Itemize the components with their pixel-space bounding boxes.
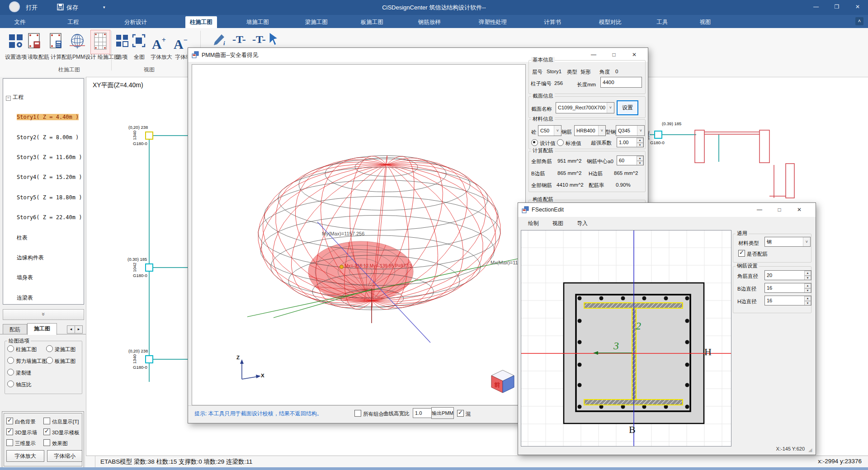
steel-grade-combo[interactable]: Q345˅ xyxy=(616,125,645,136)
radio-axial-ratio[interactable]: 轴压比 xyxy=(7,381,32,388)
view-cube-front-label[interactable]: 前 xyxy=(494,381,500,389)
fse-menu-view[interactable]: 视图 xyxy=(548,220,568,227)
menu-wall-drawing[interactable]: 墙施工图 xyxy=(242,16,274,28)
radio-standard-value[interactable]: 标准值 xyxy=(557,139,581,147)
font-shrink-icon[interactable]: A− xyxy=(174,33,188,52)
tree-item-story4[interactable]: Story4( Z = 15.20m ) xyxy=(6,174,84,181)
concrete-grade-combo[interactable]: C50˅ xyxy=(538,125,561,136)
check-3d-wall[interactable]: 3D显示墙 xyxy=(6,428,37,436)
check-all-combinations[interactable]: 所有组合 xyxy=(354,410,384,418)
text-tool-icon[interactable]: -T- xyxy=(232,33,246,46)
ribbon-collapse-icon[interactable]: ˄ xyxy=(855,17,863,25)
qat-open-button[interactable]: 打开 xyxy=(26,0,38,15)
text-tool-2-icon[interactable]: -T- xyxy=(252,33,266,46)
tab-scroll-left-icon[interactable]: ◂ xyxy=(67,325,75,334)
menu-analysis-design[interactable]: 分析设计 xyxy=(120,16,151,28)
calc-rebar-button[interactable]: 计算配筋 xyxy=(49,53,74,61)
save-icon[interactable] xyxy=(57,0,64,15)
h-side-dia-stepper[interactable]: 16▲▼ xyxy=(764,296,811,306)
tree-item-story3[interactable]: Story3( Z = 11.60m ) xyxy=(6,154,84,161)
pmm-design-icon[interactable] xyxy=(70,33,85,52)
check-3d-slab[interactable]: 3D显示楼板 xyxy=(43,428,80,436)
menu-rebar-detailing[interactable]: 钢筋放样 xyxy=(414,16,445,28)
export-pmm-button[interactable]: 输出PMM xyxy=(431,407,454,419)
radio-design-value[interactable]: 设计值 xyxy=(531,139,556,147)
full-view-icon[interactable] xyxy=(132,34,146,49)
select-cursor-icon[interactable] xyxy=(268,32,278,49)
pmm-close-button[interactable]: ✕ xyxy=(624,48,644,61)
plan-node-4[interactable] xyxy=(655,131,662,138)
fse-minimize-button[interactable]: — xyxy=(750,203,769,216)
menu-view[interactable]: 视图 xyxy=(695,16,716,28)
tab-rebar[interactable]: 配筋 xyxy=(3,324,27,334)
tree-item-edge-member-table[interactable]: 边缘构件表 xyxy=(6,254,84,261)
tree-root[interactable]: −工程 xyxy=(6,94,84,101)
font-enlarge-icon[interactable]: A+ xyxy=(152,33,166,52)
fse-section-canvas[interactable]: 2 3 H B xyxy=(521,230,731,446)
qat-dropdown-icon[interactable]: ▾ xyxy=(103,0,105,15)
length-input[interactable]: 4400 xyxy=(600,77,642,88)
b-side-dia-stepper[interactable]: 16▲▼ xyxy=(764,283,811,293)
pmm-3d-canvas[interactable]: My(Max)=1157.256 Mx=-216.12 My=-139.85 P… xyxy=(192,64,526,405)
font-enlarge-sidebar-button[interactable]: 字体放大 xyxy=(6,450,44,462)
fse-close-button[interactable]: ✕ xyxy=(789,203,809,216)
menu-calc-report[interactable]: 计算书 xyxy=(539,16,566,28)
full-view-button[interactable]: 全图 xyxy=(129,53,149,61)
options-icon[interactable] xyxy=(115,34,129,49)
radio-shearwall-drawing[interactable]: 剪力墙施工图 xyxy=(7,357,47,365)
radio-beam-drawing[interactable]: 梁施工图 xyxy=(46,345,75,353)
qat-save-button[interactable]: 保存 xyxy=(66,0,78,15)
radio-column-drawing[interactable]: 柱施工图 xyxy=(7,345,37,353)
fse-titlebar[interactable]: FSectionEdit — □ ✕ xyxy=(518,203,816,217)
menu-tools[interactable]: 工具 xyxy=(652,16,673,28)
set-options-icon[interactable] xyxy=(8,33,24,51)
fse-menu-draw[interactable]: 绘制 xyxy=(524,220,543,227)
rebar-grade-combo[interactable]: HRB400˅ xyxy=(574,125,606,136)
material-type-combo[interactable]: 钢˅ xyxy=(764,237,811,247)
check-3d-display[interactable]: 三维显示 xyxy=(6,439,36,447)
radio-slab-drawing[interactable]: 板施工图 xyxy=(46,357,75,365)
menu-column-drawing[interactable]: 柱施工图 xyxy=(185,16,217,28)
window-minimize-button[interactable]: — xyxy=(806,0,826,14)
resize-grip-icon[interactable]: ◢ xyxy=(808,447,812,453)
plan-node-1[interactable] xyxy=(146,132,153,139)
window-close-button[interactable]: ✕ xyxy=(847,0,868,14)
check-concrete-mixed[interactable]: 混 xyxy=(457,410,471,418)
check-has-rebar[interactable]: 是否配筋 xyxy=(738,250,768,258)
corner-bar-dia-stepper[interactable]: 20▲▼ xyxy=(764,270,811,280)
menu-model-compare[interactable]: 模型对比 xyxy=(594,16,626,28)
font-enlarge-button[interactable]: 字体放大 xyxy=(149,53,174,61)
plan-node-2[interactable] xyxy=(146,264,153,271)
section-settings-button[interactable]: 设置 xyxy=(617,100,638,115)
overstrength-stepper[interactable]: 1.00▲▼ xyxy=(617,137,644,147)
tree-item-story2[interactable]: Story2( Z = 8.00m ) xyxy=(6,134,84,141)
tree-item-story1[interactable]: Story1( Z = 4.40m ) xyxy=(6,114,84,121)
font-shrink-sidebar-button[interactable]: 字体缩小 xyxy=(47,450,82,462)
tree-expand-icon[interactable]: − xyxy=(6,96,11,101)
tree-item-story6[interactable]: Story6( Z = 22.40m ) xyxy=(6,214,84,221)
tab-scroll-right-icon[interactable]: ▸ xyxy=(75,325,83,334)
check-render-view[interactable]: 效果图 xyxy=(43,439,68,447)
menu-slab-drawing[interactable]: 板施工图 xyxy=(356,16,388,28)
pmm-maximize-button[interactable]: □ xyxy=(604,48,624,61)
tree-item-story5[interactable]: Story5( Z = 18.80m ) xyxy=(6,194,84,201)
read-rebar-icon[interactable] xyxy=(27,33,42,52)
app-logo-icon[interactable] xyxy=(9,0,20,15)
fse-menu-import[interactable]: 导入 xyxy=(572,220,592,227)
project-tree[interactable]: −工程 Story1( Z = 4.40m ) Story2( Z = 8.00… xyxy=(3,78,84,305)
read-rebar-button[interactable]: 读取配筋 xyxy=(26,53,51,61)
rebar-center-stepper[interactable]: 60▲▼ xyxy=(617,155,644,165)
plan-node-3[interactable] xyxy=(146,356,153,363)
section-name-combo[interactable]: C1099_Rect700X700˅ xyxy=(556,102,614,113)
pmm-design-button[interactable]: PMM设计 xyxy=(71,53,97,61)
sidebar-collapse-button[interactable]: » xyxy=(3,309,84,320)
draw-shop-drawing-icon[interactable] xyxy=(90,30,110,54)
check-info-display[interactable]: 信息显示[T] xyxy=(43,418,79,425)
menu-project[interactable]: 工程 xyxy=(63,16,84,28)
menu-elastoplastic[interactable]: 弹塑性处理 xyxy=(474,16,512,28)
tree-item-column-table[interactable]: 柱表 xyxy=(6,235,84,241)
fse-maximize-button[interactable]: □ xyxy=(769,203,789,216)
tree-item-wall-table[interactable]: 墙身表 xyxy=(6,274,84,281)
menu-file[interactable]: 文件 xyxy=(10,16,30,28)
check-white-background[interactable]: 白色背景 xyxy=(6,418,36,425)
